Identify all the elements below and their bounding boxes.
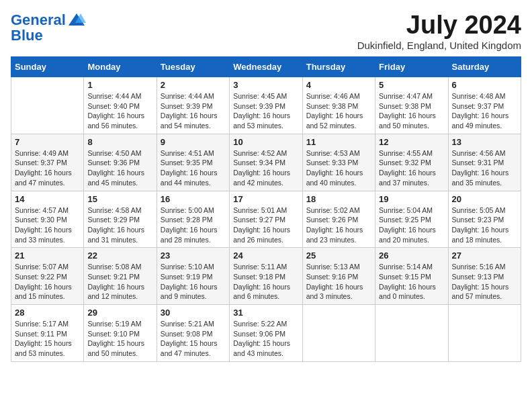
header-friday: Friday [375, 57, 448, 77]
day-info: Sunrise: 5:22 AMSunset: 9:06 PMDaylight:… [233, 319, 298, 359]
calendar-cell: 12Sunrise: 4:55 AMSunset: 9:32 PMDayligh… [375, 134, 448, 191]
calendar-cell: 3Sunrise: 4:45 AMSunset: 9:39 PMDaylight… [230, 77, 302, 134]
calendar-cell: 15Sunrise: 4:58 AMSunset: 9:29 PMDayligh… [84, 191, 157, 248]
day-info: Sunrise: 5:19 AMSunset: 9:10 PMDaylight:… [87, 319, 152, 359]
day-number: 21 [15, 250, 80, 261]
header: General Blue July 2024 Dukinfield, Engla… [11, 11, 521, 51]
calendar-cell: 19Sunrise: 5:04 AMSunset: 9:25 PMDayligh… [375, 191, 448, 248]
calendar-cell [302, 305, 375, 362]
day-info: Sunrise: 5:00 AMSunset: 9:28 PMDaylight:… [161, 205, 226, 245]
day-number: 29 [87, 308, 152, 318]
day-info: Sunrise: 5:11 AMSunset: 9:18 PMDaylight:… [233, 262, 298, 302]
day-info: Sunrise: 4:56 AMSunset: 9:31 PMDaylight:… [452, 148, 517, 188]
day-number: 15 [87, 194, 152, 204]
day-number: 8 [87, 137, 152, 147]
header-thursday: Thursday [302, 57, 375, 77]
day-info: Sunrise: 4:49 AMSunset: 9:37 PMDaylight:… [15, 148, 80, 188]
calendar-cell: 26Sunrise: 5:14 AMSunset: 9:15 PMDayligh… [375, 248, 448, 305]
header-tuesday: Tuesday [157, 57, 229, 77]
day-number: 27 [452, 250, 517, 261]
subtitle: Dukinfield, England, United Kingdom [357, 40, 521, 51]
calendar-cell: 8Sunrise: 4:50 AMSunset: 9:36 PMDaylight… [84, 134, 157, 191]
calendar-table: SundayMondayTuesdayWednesdayThursdayFrid… [11, 56, 521, 362]
calendar-cell: 9Sunrise: 4:51 AMSunset: 9:35 PMDaylight… [157, 134, 229, 191]
logo: General Blue [11, 11, 86, 44]
calendar-cell: 2Sunrise: 4:44 AMSunset: 9:39 PMDaylight… [157, 77, 229, 134]
day-number: 20 [452, 194, 517, 204]
calendar-cell: 4Sunrise: 4:46 AMSunset: 9:38 PMDaylight… [302, 77, 375, 134]
calendar-cell: 1Sunrise: 4:44 AMSunset: 9:40 PMDaylight… [84, 77, 157, 134]
logo-icon [67, 11, 86, 30]
day-number: 9 [161, 137, 226, 147]
day-info: Sunrise: 5:04 AMSunset: 9:25 PMDaylight:… [379, 205, 444, 245]
day-info: Sunrise: 4:58 AMSunset: 9:29 PMDaylight:… [87, 205, 152, 245]
header-monday: Monday [84, 57, 157, 77]
day-info: Sunrise: 5:17 AMSunset: 9:11 PMDaylight:… [15, 319, 80, 359]
calendar-cell: 24Sunrise: 5:11 AMSunset: 9:18 PMDayligh… [230, 248, 302, 305]
calendar-cell: 13Sunrise: 4:56 AMSunset: 9:31 PMDayligh… [448, 134, 521, 191]
day-info: Sunrise: 4:52 AMSunset: 9:34 PMDaylight:… [233, 148, 298, 188]
day-info: Sunrise: 4:46 AMSunset: 9:38 PMDaylight:… [306, 91, 371, 131]
day-number: 14 [15, 194, 80, 204]
day-number: 2 [161, 80, 226, 90]
day-number: 7 [15, 137, 80, 147]
day-number: 16 [161, 194, 226, 204]
day-info: Sunrise: 4:44 AMSunset: 9:39 PMDaylight:… [161, 91, 226, 131]
week-row-2: 7Sunrise: 4:49 AMSunset: 9:37 PMDaylight… [11, 134, 521, 191]
calendar-cell: 18Sunrise: 5:02 AMSunset: 9:26 PMDayligh… [302, 191, 375, 248]
day-info: Sunrise: 5:21 AMSunset: 9:08 PMDaylight:… [161, 319, 226, 359]
calendar-cell [11, 77, 84, 134]
calendar-cell: 7Sunrise: 4:49 AMSunset: 9:37 PMDaylight… [11, 134, 84, 191]
day-info: Sunrise: 5:01 AMSunset: 9:27 PMDaylight:… [233, 205, 298, 245]
day-number: 3 [233, 80, 298, 90]
calendar-cell: 10Sunrise: 4:52 AMSunset: 9:34 PMDayligh… [230, 134, 302, 191]
week-row-3: 14Sunrise: 4:57 AMSunset: 9:30 PMDayligh… [11, 191, 521, 248]
calendar-cell: 11Sunrise: 4:53 AMSunset: 9:33 PMDayligh… [302, 134, 375, 191]
header-saturday: Saturday [448, 57, 521, 77]
main-title: July 2024 [357, 11, 521, 40]
day-number: 5 [379, 80, 444, 90]
day-number: 23 [161, 250, 226, 261]
calendar-cell: 31Sunrise: 5:22 AMSunset: 9:06 PMDayligh… [230, 305, 302, 362]
calendar-cell: 28Sunrise: 5:17 AMSunset: 9:11 PMDayligh… [11, 305, 84, 362]
calendar-cell: 27Sunrise: 5:16 AMSunset: 9:13 PMDayligh… [448, 248, 521, 305]
day-info: Sunrise: 4:47 AMSunset: 9:38 PMDaylight:… [379, 91, 444, 131]
day-number: 11 [306, 137, 371, 147]
day-info: Sunrise: 4:48 AMSunset: 9:37 PMDaylight:… [452, 91, 517, 131]
header-wednesday: Wednesday [230, 57, 302, 77]
calendar-cell [375, 305, 448, 362]
day-info: Sunrise: 5:08 AMSunset: 9:21 PMDaylight:… [87, 262, 152, 302]
calendar-cell: 20Sunrise: 5:05 AMSunset: 9:23 PMDayligh… [448, 191, 521, 248]
day-info: Sunrise: 4:53 AMSunset: 9:33 PMDaylight:… [306, 148, 371, 188]
day-number: 13 [452, 137, 517, 147]
day-info: Sunrise: 4:57 AMSunset: 9:30 PMDaylight:… [15, 205, 80, 245]
logo-text: General [11, 12, 66, 28]
day-info: Sunrise: 5:14 AMSunset: 9:15 PMDaylight:… [379, 262, 444, 302]
week-row-1: 1Sunrise: 4:44 AMSunset: 9:40 PMDaylight… [11, 77, 521, 134]
calendar-cell: 16Sunrise: 5:00 AMSunset: 9:28 PMDayligh… [157, 191, 229, 248]
day-info: Sunrise: 5:16 AMSunset: 9:13 PMDaylight:… [452, 262, 517, 302]
calendar-cell: 30Sunrise: 5:21 AMSunset: 9:08 PMDayligh… [157, 305, 229, 362]
day-number: 1 [87, 80, 152, 90]
day-info: Sunrise: 4:51 AMSunset: 9:35 PMDaylight:… [161, 148, 226, 188]
day-number: 30 [161, 308, 226, 318]
calendar-cell: 17Sunrise: 5:01 AMSunset: 9:27 PMDayligh… [230, 191, 302, 248]
header-sunday: Sunday [11, 57, 84, 77]
day-number: 31 [233, 308, 298, 318]
day-info: Sunrise: 5:05 AMSunset: 9:23 PMDaylight:… [452, 205, 517, 245]
calendar-cell: 25Sunrise: 5:13 AMSunset: 9:16 PMDayligh… [302, 248, 375, 305]
calendar-cell: 22Sunrise: 5:08 AMSunset: 9:21 PMDayligh… [84, 248, 157, 305]
day-info: Sunrise: 5:07 AMSunset: 9:22 PMDaylight:… [15, 262, 80, 302]
day-info: Sunrise: 4:55 AMSunset: 9:32 PMDaylight:… [379, 148, 444, 188]
day-info: Sunrise: 5:13 AMSunset: 9:16 PMDaylight:… [306, 262, 371, 302]
day-info: Sunrise: 4:50 AMSunset: 9:36 PMDaylight:… [87, 148, 152, 188]
calendar-cell [448, 305, 521, 362]
title-block: July 2024 Dukinfield, England, United Ki… [357, 11, 521, 51]
day-number: 26 [379, 250, 444, 261]
calendar-cell: 5Sunrise: 4:47 AMSunset: 9:38 PMDaylight… [375, 77, 448, 134]
day-number: 19 [379, 194, 444, 204]
day-info: Sunrise: 4:44 AMSunset: 9:40 PMDaylight:… [87, 91, 152, 131]
day-number: 17 [233, 194, 298, 204]
week-row-5: 28Sunrise: 5:17 AMSunset: 9:11 PMDayligh… [11, 305, 521, 362]
day-number: 10 [233, 137, 298, 147]
